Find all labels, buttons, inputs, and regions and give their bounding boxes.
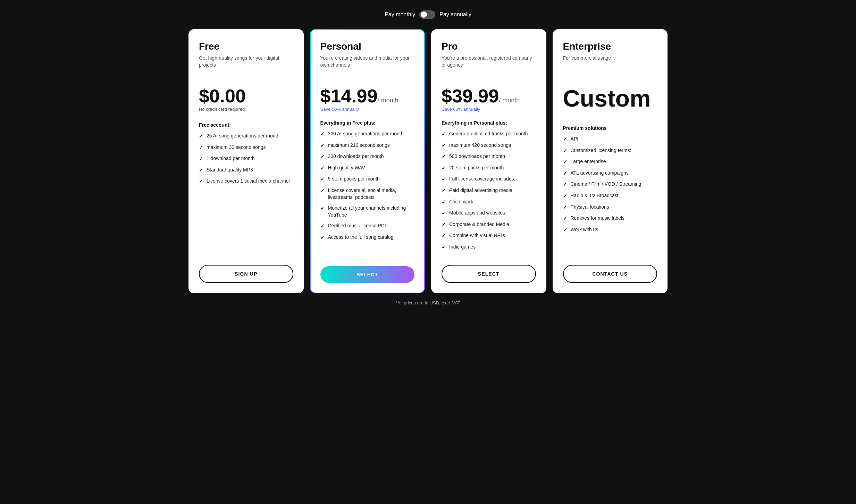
feature-item: ✓ Cinema / Film / VOD / Streaming (563, 181, 657, 188)
feature-text: 20 stem packs per month (449, 165, 504, 171)
footnote: *All prices are in USD, excl. VAT (396, 300, 460, 305)
check-icon: ✓ (199, 144, 203, 151)
feature-text: maximum 210 second songs (328, 142, 390, 149)
check-icon: ✓ (442, 153, 446, 160)
check-icon: ✓ (442, 165, 446, 172)
pro-button[interactable]: SELECT (442, 265, 536, 283)
feature-text: Paid digital advertising media (449, 187, 512, 194)
feature-text: 300 AI song generations per month (328, 131, 404, 137)
feature-item: ✓ Certified music license PDF (320, 222, 415, 230)
feature-text: Full license coverage includes: (449, 176, 515, 183)
monthly-label: Pay monthly (385, 11, 415, 18)
feature-item: ✓ Radio & TV Broadcast (563, 192, 657, 200)
feature-item: ✓ 25 AI song generations per month (199, 133, 293, 140)
check-icon: ✓ (199, 167, 203, 174)
save-note-personal: Save 60% annually (320, 107, 415, 112)
feature-item: ✓ High quality WAV (320, 165, 415, 172)
check-icon: ✓ (320, 165, 325, 172)
check-icon: ✓ (442, 131, 446, 138)
feature-text: 5 stem packs per month (328, 176, 380, 183)
feature-item: ✓ Paid digital advertising media (442, 187, 536, 194)
feature-item: ✓ 1 download per month (199, 155, 293, 162)
feature-text: API (571, 136, 579, 143)
feature-item: ✓ Large enterprise (563, 158, 657, 166)
save-note-pro: Save 63% annually (442, 107, 536, 112)
check-icon: ✓ (320, 187, 325, 194)
feature-item: ✓ maximum 210 second songs (320, 142, 415, 149)
feature-text: Monetize all your channels including You… (328, 205, 415, 218)
billing-toggle: Pay monthly Pay annually (385, 10, 471, 19)
features-list-pro: ✓ Generate unlimited tracks per month ✓ … (442, 131, 536, 255)
plan-card-enterprise: Enterprise For commercial usage Custom P… (553, 29, 668, 293)
features-list-personal: ✓ 300 AI song generations per month ✓ ma… (320, 131, 415, 257)
feature-text: 500 downloads per month (449, 153, 505, 160)
feature-text: High quality WAV (328, 165, 365, 171)
check-icon: ✓ (320, 234, 325, 241)
feature-item: ✓ Access to the full song catalog (320, 234, 415, 241)
check-icon: ✓ (563, 170, 567, 177)
plan-title-free: Free (199, 41, 293, 52)
feature-text: Client work (449, 199, 473, 205)
plan-price-pro: $39.99/ month (442, 86, 536, 105)
plan-description-enterprise: For commercial usage (563, 55, 657, 69)
feature-text: License covers 1 social media channel (207, 178, 290, 185)
feature-item: ✓ Generate unlimited tracks per month (442, 131, 536, 138)
personal-button[interactable]: SELECT (320, 266, 415, 283)
check-icon: ✓ (442, 176, 446, 183)
check-icon: ✓ (563, 148, 567, 154)
check-icon: ✓ (442, 210, 446, 217)
feature-text: Physical locations (571, 204, 609, 211)
plan-description-free: Get high-quality songs for your digital … (199, 55, 293, 69)
check-icon: ✓ (320, 205, 325, 212)
check-icon: ✓ (320, 131, 325, 138)
feature-item: ✓ Corporate & branded Media (442, 221, 536, 228)
plan-description-personal: You're creating videos and media for you… (320, 55, 415, 69)
check-icon: ✓ (442, 199, 446, 206)
annually-label: Pay annually (439, 11, 471, 18)
free-button[interactable]: SIGN UP (199, 265, 293, 283)
check-icon: ✓ (199, 178, 203, 185)
features-header-personal: Everything in Free plus: (320, 120, 415, 126)
features-header-free: Free account: (199, 122, 293, 128)
check-icon: ✓ (442, 142, 446, 149)
feature-text: maximum 30 second songs (207, 144, 266, 151)
billing-switch[interactable] (419, 10, 435, 19)
plan-price-personal: $14.99/ month (320, 86, 415, 105)
check-icon: ✓ (563, 193, 567, 200)
check-icon: ✓ (199, 156, 203, 162)
feature-text: 1 download per month (207, 155, 255, 162)
check-icon: ✓ (320, 153, 325, 160)
feature-text: Mobile apps and websites (449, 210, 505, 217)
feature-text: ATL advertising campaigns (571, 170, 629, 177)
plan-title-personal: Personal (320, 41, 415, 52)
check-icon: ✓ (442, 233, 446, 240)
feature-text: Access to the full song catalog (328, 234, 394, 241)
feature-item: ✓ Indie games (442, 244, 536, 251)
feature-item: ✓ 5 stem packs per month (320, 176, 415, 183)
divider (199, 80, 293, 80)
check-icon: ✓ (563, 204, 567, 211)
feature-text: Remixes for music labels (571, 215, 625, 222)
feature-text: Large enterprise (571, 158, 606, 165)
plans-container: Free Get high-quality songs for your dig… (188, 29, 668, 293)
feature-item: ✓ Monetize all your channels including Y… (320, 205, 415, 218)
feature-item: ✓ Combine with visual NFTs (442, 232, 536, 240)
feature-text: Indie games (449, 244, 476, 251)
features-list-enterprise: ✓ API ✓ Customized licensing terms: ✓ La… (563, 136, 657, 255)
feature-item: ✓ 300 AI song generations per month (320, 131, 415, 138)
plan-description-pro: You're a professional, registered compan… (442, 55, 536, 69)
features-header-pro: Everything in Personal plus: (442, 120, 536, 126)
feature-item: ✓ Standard quality MP3 (199, 167, 293, 174)
feature-text: Generate unlimited tracks per month (449, 131, 528, 137)
check-icon: ✓ (563, 159, 567, 166)
feature-text: 25 AI song generations per month (207, 133, 279, 140)
check-icon: ✓ (320, 176, 325, 183)
check-icon: ✓ (563, 181, 567, 188)
feature-item: ✓ Client work (442, 199, 536, 206)
plan-price-note-free: No credit card required (199, 107, 293, 112)
feature-item: ✓ maximum 420 second songs (442, 142, 536, 149)
feature-item: ✓ maximum 30 second songs (199, 144, 293, 151)
plan-title-pro: Pro (442, 41, 536, 52)
plan-card-free: Free Get high-quality songs for your dig… (188, 29, 304, 293)
enterprise-button[interactable]: CONTACT US (563, 265, 657, 283)
